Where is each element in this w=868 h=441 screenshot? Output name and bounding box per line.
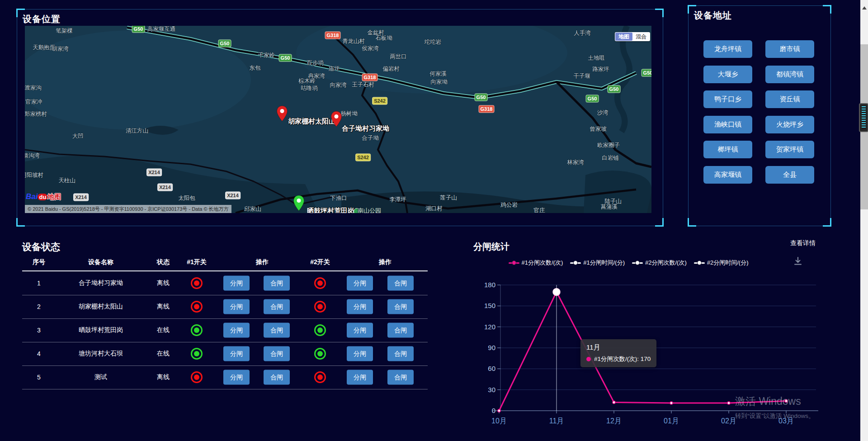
map-place-label: 林家湾 [567, 159, 584, 166]
switch2-open-button[interactable]: 分闸 [347, 370, 373, 385]
table-header-cell: 序号 [33, 258, 45, 266]
map-toggle-map[interactable]: 地图 [615, 33, 632, 41]
switch1-open-button[interactable]: 分闸 [223, 299, 250, 314]
switch1-open-button[interactable]: 分闸 [223, 346, 250, 361]
scrollbar-up-arrow[interactable] [862, 6, 867, 9]
map-toggle-hybrid[interactable]: 混合 [632, 33, 650, 41]
road-badge-g318: G318 [479, 105, 495, 113]
corner-bracket [688, 218, 696, 227]
map-place-label: 干子堰 [573, 72, 590, 80]
switch1-indicator [191, 371, 203, 383]
map-place-label: 欧家圈子 [597, 142, 620, 149]
address-button-1[interactable]: 龙舟坪镇 [703, 40, 752, 58]
map-marker-green[interactable] [293, 195, 305, 211]
park-label: 南山公园 [358, 207, 381, 213]
legend-dot [635, 261, 640, 265]
svg-text:02月: 02月 [721, 417, 736, 425]
map-place-label: 天柱山 [58, 177, 75, 185]
switch1-close-button[interactable]: 合闸 [264, 299, 290, 314]
row-index: 5 [37, 374, 41, 381]
address-button-9[interactable]: 榔坪镇 [703, 141, 752, 158]
device-status-title: 设备状态 [22, 241, 60, 253]
device-status: 离线 [157, 279, 170, 287]
address-button-6[interactable]: 资丘镇 [765, 90, 814, 108]
download-icon[interactable] [793, 256, 803, 268]
map-place-label: 青龙山村 [342, 38, 365, 45]
legend-item[interactable]: #2分闸次数/(次) [632, 259, 687, 267]
legend-item[interactable]: #2分闸时间/(分) [694, 259, 749, 267]
switch1-close-button[interactable]: 合闸 [264, 323, 290, 338]
switch2-open-button[interactable]: 分闸 [347, 346, 373, 361]
road-badge-g50: G50 [608, 85, 621, 93]
switch2-close-button[interactable]: 合闸 [387, 299, 414, 314]
map-place-label: 李潭坪 [389, 196, 406, 204]
address-button-5[interactable]: 鸭子口乡 [703, 90, 752, 108]
chart-tooltip: 11月 #1分闸次数/(次): 170 [580, 339, 656, 367]
map-place-label: 鸡公岩 [500, 201, 518, 209]
switch1-close-button[interactable]: 合闸 [264, 276, 290, 291]
svg-text:01月: 01月 [664, 417, 679, 425]
device-status: 离线 [157, 373, 170, 381]
map-place-label: 千家岭 [258, 52, 275, 59]
row-index: 2 [37, 303, 41, 310]
switch1-close-button[interactable]: 合闸 [264, 346, 290, 361]
device-name: 合子坳村习家坳 [79, 279, 123, 287]
map-place-label: 合子坳 [362, 134, 379, 142]
svg-text:120: 120 [484, 323, 495, 331]
map-place-label: 石板坳 [375, 34, 392, 42]
widget-stripes [862, 106, 866, 129]
row-index: 3 [37, 327, 41, 334]
road-badge-x214: X214 [225, 192, 241, 199]
map-marker-red[interactable] [330, 111, 342, 127]
map-place-label: 笔架棵 [56, 27, 73, 35]
switch1-open-button[interactable]: 分闸 [223, 323, 250, 338]
switch2-open-button[interactable]: 分闸 [347, 323, 373, 338]
table-row: 3晒鼓坪村荒田岗在线分闸合闸分闸合闸 [22, 318, 428, 342]
table-header-cell: 操作 [379, 258, 392, 266]
baidu-map[interactable]: 高家堰互通青龙山村金盆村石板坳坨坨岩侯家湾两岔口千家岭东包百步埫庙坪冉家湾棕木岭… [25, 26, 651, 213]
device-location-title: 设备位置 [23, 13, 61, 25]
legend-item[interactable]: #1分闸时间/(分) [570, 259, 625, 267]
map-place-label: 阴阳坡村 [25, 171, 43, 179]
map-place-label: 向家湾 [330, 81, 347, 89]
view-details-link[interactable]: 查看详情 [790, 239, 816, 247]
address-button-7[interactable]: 渔峡口镇 [703, 116, 752, 133]
legend-label: #2分闸时间/(分) [707, 259, 749, 267]
device-name: 塘坊河村大石坝 [79, 350, 123, 358]
address-button-11[interactable]: 高家堰镇 [703, 166, 752, 184]
switch2-close-button[interactable]: 合闸 [387, 346, 414, 361]
address-button-4[interactable]: 都镇湾镇 [765, 66, 814, 83]
tooltip-month: 11月 [586, 343, 651, 352]
switch2-close-button[interactable]: 合闸 [387, 323, 414, 338]
corner-bracket [16, 218, 25, 227]
legend-dot [573, 261, 578, 265]
address-button-12[interactable]: 全县 [765, 166, 814, 184]
address-button-8[interactable]: 火烧坪乡 [765, 116, 814, 133]
map-place-label: 王子石村 [352, 81, 374, 89]
map-place-label: 咕噜埫 [301, 85, 318, 92]
switch2-close-button[interactable]: 合闸 [387, 370, 414, 385]
map-place-label: 清江方山 [126, 127, 148, 135]
map-marker-red[interactable] [276, 105, 288, 122]
road-badge-s242: S242 [355, 154, 371, 161]
road-badge-x214: X214 [73, 194, 89, 201]
legend-item[interactable]: #1分闸次数/(次) [509, 259, 563, 267]
address-button-3[interactable]: 大堰乡 [703, 66, 752, 83]
address-button-2[interactable]: 磨市镇 [765, 40, 814, 58]
switch2-indicator [314, 277, 326, 289]
switch2-open-button[interactable]: 分闸 [347, 276, 373, 291]
map-place-label: 侯家湾 [362, 45, 379, 52]
map-place-label: 百步埫 [307, 59, 324, 67]
switch1-open-button[interactable]: 分闸 [223, 276, 250, 291]
svg-text:12月: 12月 [606, 417, 622, 425]
switch1-close-button[interactable]: 合闸 [264, 370, 290, 385]
address-button-10[interactable]: 贺家坪镇 [765, 141, 814, 158]
switch1-open-button[interactable]: 分闸 [223, 370, 250, 385]
svg-text:150: 150 [484, 302, 495, 309]
road-badge-g50: G50 [586, 95, 599, 103]
map-place-label: 路家坪 [592, 66, 609, 73]
switch2-open-button[interactable]: 分闸 [347, 299, 373, 314]
svg-text:10月: 10月 [491, 417, 507, 425]
map-place-label: 坨坨岩 [424, 38, 441, 46]
switch2-close-button[interactable]: 合闸 [387, 276, 414, 291]
